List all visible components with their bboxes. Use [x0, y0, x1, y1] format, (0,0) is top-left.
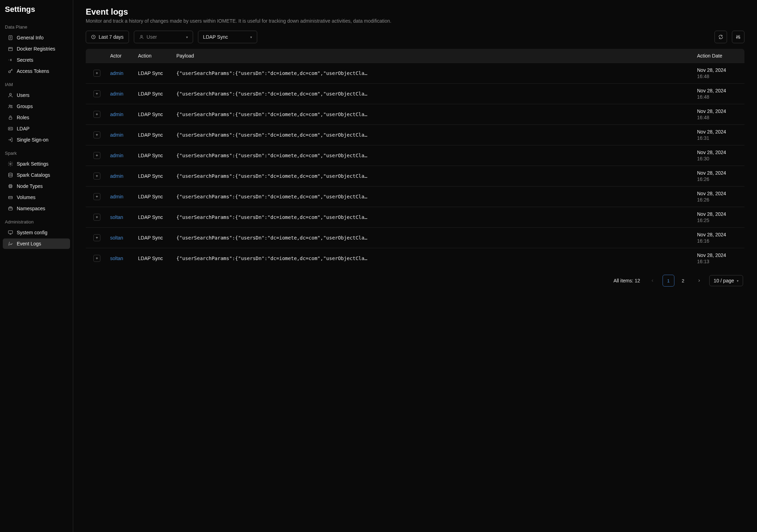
sidebar-item-access-tokens[interactable]: Access Tokens: [3, 66, 70, 76]
actor-link[interactable]: soltan: [110, 235, 123, 241]
next-page-button[interactable]: [693, 275, 705, 287]
actor-link[interactable]: admin: [110, 173, 123, 179]
sidebar-item-general-info[interactable]: General Info: [3, 32, 70, 43]
action-cell: LDAP Sync: [133, 166, 171, 187]
sidebar-title: Settings: [0, 5, 73, 20]
date-cell: Nov 28, 202416:16: [692, 228, 744, 248]
sidebar-item-users[interactable]: Users: [3, 90, 70, 100]
box-icon: [8, 46, 13, 52]
expand-row-button[interactable]: +: [93, 131, 100, 138]
expand-row-button[interactable]: +: [93, 255, 100, 262]
date-cell: Nov 28, 202416:48: [692, 84, 744, 104]
sidebar-item-namespaces[interactable]: Namespaces: [3, 203, 70, 214]
expand-row-button[interactable]: +: [93, 70, 100, 77]
expand-row-button[interactable]: +: [93, 234, 100, 241]
event-type-filter[interactable]: LDAP Sync ▾: [198, 31, 257, 43]
page-size-select[interactable]: 10 / page ▾: [709, 275, 743, 286]
group-icon: [8, 104, 13, 109]
refresh-button[interactable]: [714, 31, 727, 43]
expand-row-button[interactable]: +: [93, 152, 100, 159]
svg-rect-14: [9, 207, 13, 210]
sidebar-item-spark-settings[interactable]: Spark Settings: [3, 159, 70, 169]
page-number-2[interactable]: 2: [677, 275, 689, 287]
expand-row-button[interactable]: +: [93, 173, 100, 180]
event-type-value: LDAP Sync: [203, 34, 228, 40]
actor-link[interactable]: admin: [110, 91, 123, 97]
action-cell: LDAP Sync: [133, 63, 171, 84]
date-range-filter[interactable]: Last 7 days: [86, 31, 129, 43]
cpu-icon: [8, 183, 13, 189]
sidebar-item-secrets[interactable]: Secrets: [3, 55, 70, 65]
sidebar-section-label: IAM: [0, 77, 73, 89]
actor-link[interactable]: admin: [110, 153, 123, 158]
column-header-action: Action: [133, 49, 171, 63]
chevron-down-icon: ▾: [737, 279, 739, 283]
action-cell: LDAP Sync: [133, 207, 171, 228]
secret-icon: [8, 57, 13, 63]
volume-icon: [8, 195, 13, 200]
expand-row-button[interactable]: +: [93, 111, 100, 118]
sidebar-item-event-logs[interactable]: Event Logs: [3, 238, 70, 249]
svg-rect-12: [10, 185, 11, 187]
sidebar-item-label: System config: [17, 230, 47, 235]
svg-rect-15: [8, 231, 13, 234]
settings-columns-button[interactable]: [732, 31, 744, 43]
actor-link[interactable]: admin: [110, 112, 123, 117]
prev-page-button[interactable]: [647, 275, 658, 287]
sidebar-item-roles[interactable]: Roles: [3, 112, 70, 123]
sidebar-item-ldap[interactable]: LDAP: [3, 123, 70, 134]
date-cell: Nov 28, 202416:48: [692, 63, 744, 84]
expand-row-button[interactable]: +: [93, 90, 100, 97]
sidebar-item-label: LDAP: [17, 126, 30, 131]
login-icon: [8, 137, 13, 143]
action-cell: LDAP Sync: [133, 84, 171, 104]
sidebar-item-label: Spark Settings: [17, 161, 48, 167]
sidebar-item-volumes[interactable]: Volumes: [3, 192, 70, 203]
pagination: All items: 12 12 10 / page ▾: [86, 268, 744, 297]
page-number-1[interactable]: 1: [663, 275, 674, 287]
sidebar-item-system-config[interactable]: System config: [3, 227, 70, 238]
svg-point-10: [9, 173, 13, 174]
payload-cell: {"userSearchParams":{"usersDn":"dc=iomet…: [171, 228, 692, 248]
sidebar-item-label: Spark Catalogs: [17, 172, 50, 178]
table-row: +adminLDAP Sync{"userSearchParams":{"use…: [86, 63, 744, 84]
sidebar-item-node-types[interactable]: Node Types: [3, 181, 70, 191]
table-row: +adminLDAP Sync{"userSearchParams":{"use…: [86, 166, 744, 187]
actor-link[interactable]: admin: [110, 132, 123, 138]
date-cell: Nov 28, 202416:25: [692, 207, 744, 228]
gear-icon: [8, 161, 13, 167]
sidebar-item-label: Users: [17, 92, 30, 98]
action-cell: LDAP Sync: [133, 187, 171, 207]
sidebar: Settings Data PlaneGeneral InfoDocker Re…: [0, 0, 73, 532]
sidebar-item-groups[interactable]: Groups: [3, 101, 70, 112]
column-header-payload: Payload: [171, 49, 692, 63]
sidebar-item-label: Event Logs: [17, 241, 41, 246]
payload-cell: {"userSearchParams":{"usersDn":"dc=iomet…: [171, 248, 692, 269]
payload-cell: {"userSearchParams":{"usersDn":"dc=iomet…: [171, 63, 692, 84]
svg-point-19: [738, 36, 739, 37]
actor-link[interactable]: admin: [110, 70, 123, 76]
actor-link[interactable]: soltan: [110, 256, 123, 261]
svg-point-2: [9, 71, 10, 73]
action-cell: LDAP Sync: [133, 125, 171, 145]
expand-row-button[interactable]: +: [93, 193, 100, 200]
sidebar-item-single-sign-on[interactable]: Single Sign-on: [3, 135, 70, 145]
clock-icon: [91, 35, 96, 39]
sidebar-item-spark-catalogs[interactable]: Spark Catalogs: [3, 170, 70, 180]
table-row: +soltanLDAP Sync{"userSearchParams":{"us…: [86, 207, 744, 228]
action-cell: LDAP Sync: [133, 248, 171, 269]
payload-cell: {"userSearchParams":{"usersDn":"dc=iomet…: [171, 125, 692, 145]
sidebar-item-docker-registries[interactable]: Docker Registries: [3, 44, 70, 54]
actor-link[interactable]: soltan: [110, 214, 123, 220]
svg-rect-11: [9, 185, 12, 188]
user-icon: [8, 92, 13, 98]
actor-link[interactable]: admin: [110, 194, 123, 199]
expand-row-button[interactable]: +: [93, 214, 100, 221]
svg-point-4: [9, 105, 10, 106]
id-icon: [8, 126, 13, 131]
user-filter[interactable]: User ▾: [134, 31, 193, 43]
date-cell: Nov 28, 202416:31: [692, 125, 744, 145]
column-header-actor: Actor: [105, 49, 133, 63]
date-cell: Nov 28, 202416:26: [692, 166, 744, 187]
sidebar-item-label: Node Types: [17, 183, 43, 189]
